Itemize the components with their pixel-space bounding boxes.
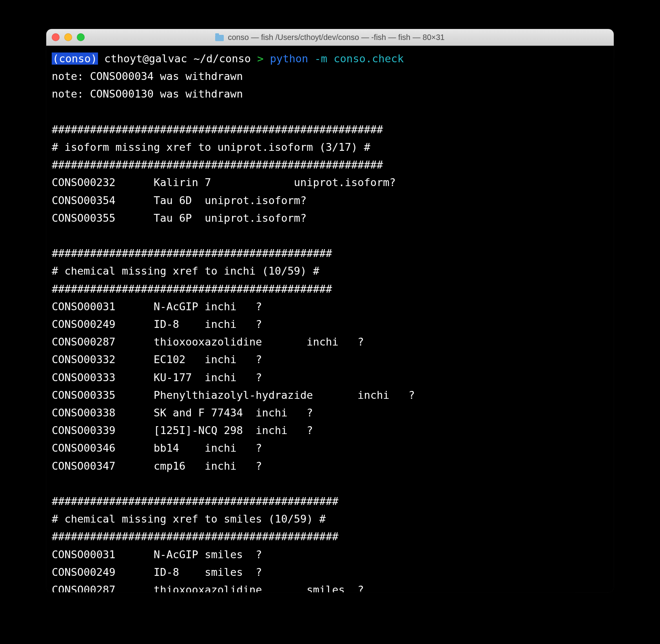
table-row: CONSO00347 cmp16 inchi ? — [52, 460, 262, 472]
table-row: CONSO00333 KU-177 inchi ? — [52, 371, 262, 384]
table-row: CONSO00287 thioxooxazolidine inchi ? — [52, 336, 364, 348]
table-row: CONSO00346 bb14 inchi ? — [52, 442, 262, 454]
cmd-flag: -m — [315, 52, 328, 65]
table-row: CONSO00031 N-AcGIP smiles ? — [52, 548, 262, 561]
zoom-icon[interactable] — [77, 33, 85, 41]
table-row: CONSO00332 EC102 inchi ? — [52, 353, 262, 365]
user-host: cthoyt@galvac — [104, 52, 187, 65]
prompt-arrow: > — [257, 52, 263, 65]
table-row: CONSO00354 Tau 6D uniprot.isoform? — [52, 194, 306, 206]
terminal-window: conso — fish /Users/cthoyt/dev/conso — -… — [46, 29, 614, 592]
table-row: CONSO00338 SK and F 77434 inchi ? — [52, 407, 313, 419]
traffic-lights — [52, 33, 85, 41]
section-title: # isoform missing xref to uniprot.isofor… — [52, 141, 370, 153]
cwd: ~/d/conso — [194, 52, 251, 65]
cmd-module: conso.check — [334, 52, 404, 65]
table-row: CONSO00249 ID-8 inchi ? — [52, 318, 262, 330]
cmd-python: python — [270, 52, 308, 65]
window-title-text: conso — fish /Users/cthoyt/dev/conso — -… — [228, 33, 444, 42]
section-border: ########################################… — [52, 495, 339, 507]
section-border: ########################################… — [52, 159, 383, 171]
note-line: note: CONSO00130 was withdrawn — [52, 88, 243, 100]
table-row: CONSO00335 Phenylthiazolyl-hydrazide inc… — [52, 389, 415, 401]
section-border: ########################################… — [52, 123, 383, 136]
section-title: # chemical missing xref to smiles (10/59… — [52, 513, 326, 525]
section-border: ########################################… — [52, 530, 339, 543]
terminal-content[interactable]: (conso) cthoyt@galvac ~/d/conso > python… — [46, 46, 614, 592]
section-border: ########################################… — [52, 283, 332, 295]
table-row: CONSO00339 [125I]-NCQ 298 inchi ? — [52, 424, 313, 436]
table-row: CONSO00287 thioxooxazolidine smiles ? — [52, 584, 364, 592]
venv-badge: (conso) — [52, 52, 98, 65]
close-icon[interactable] — [52, 33, 60, 41]
minimize-icon[interactable] — [64, 33, 72, 41]
folder-icon — [215, 35, 224, 41]
note-line: note: CONSO00034 was withdrawn — [52, 70, 243, 82]
window-title: conso — fish /Users/cthoyt/dev/conso — -… — [52, 33, 608, 42]
table-row: CONSO00031 N-AcGIP inchi ? — [52, 300, 262, 313]
section-title: # chemical missing xref to inchi (10/59)… — [52, 265, 319, 277]
table-row: CONSO00355 Tau 6P uniprot.isoform? — [52, 212, 306, 224]
titlebar[interactable]: conso — fish /Users/cthoyt/dev/conso — -… — [46, 29, 614, 46]
section-border: ########################################… — [52, 247, 332, 259]
table-row: CONSO00232 Kalirin 7 uniprot.isoform? — [52, 176, 396, 188]
table-row: CONSO00249 ID-8 smiles ? — [52, 566, 262, 578]
